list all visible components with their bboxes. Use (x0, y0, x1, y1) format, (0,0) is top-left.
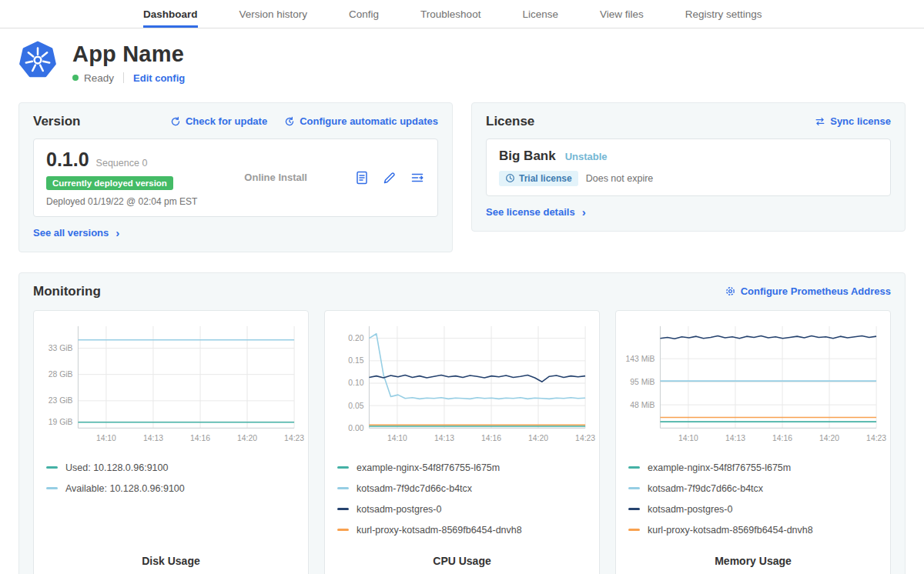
legend-item: kotsadm-7f9dc7d66c-b4tcx (337, 483, 587, 494)
chevron-right-icon: › (116, 227, 119, 239)
svg-text:23 GiB: 23 GiB (49, 396, 73, 405)
legend-item: example-nginx-54f8f76755-l675m (337, 462, 587, 473)
legend-swatch (337, 487, 349, 489)
legend-swatch (628, 487, 640, 489)
edit-config-link[interactable]: Edit config (133, 72, 185, 84)
release-notes-button[interactable] (354, 170, 370, 185)
sync-icon (815, 116, 825, 127)
svg-text:19 GiB: 19 GiB (49, 417, 73, 425)
chart-series-line (369, 334, 585, 399)
cpu-usage-legend: example-nginx-54f8f76755-l675mkotsadm-7f… (333, 452, 591, 546)
clock-icon (505, 173, 515, 183)
legend-label: Used: 10.128.0.96:9100 (65, 462, 168, 473)
version-number: 0.1.0 (46, 149, 89, 171)
version-card: Version Check for update (18, 102, 453, 252)
check-for-update-button[interactable]: Check for update (170, 115, 267, 127)
legend-item: kotsadm-7f9dc7d66c-b4tcx (628, 483, 878, 494)
see-license-details-label: See license details (486, 206, 575, 218)
svg-text:14:20: 14:20 (237, 434, 257, 442)
configure-automatic-updates-button[interactable]: Configure automatic updates (284, 115, 438, 127)
tab-version-history[interactable]: Version history (239, 0, 308, 28)
legend-label: kotsadm-7f9dc7d66c-b4tcx (648, 483, 763, 494)
page-title: App Name (72, 42, 185, 67)
license-card-title: License (486, 114, 534, 129)
ready-status-dot (72, 75, 79, 81)
legend-item: kurl-proxy-kotsadm-8569fb6454-dnvh8 (628, 525, 878, 536)
legend-item: example-nginx-54f8f76755-l675m (628, 462, 878, 473)
check-for-update-label: Check for update (186, 115, 267, 127)
svg-text:14:20: 14:20 (819, 434, 839, 442)
tab-registry-settings[interactable]: Registry settings (685, 0, 762, 28)
tab-license[interactable]: License (522, 0, 558, 28)
top-nav: Dashboard Version history Config Trouble… (0, 0, 924, 28)
configure-prometheus-link[interactable]: Configure Prometheus Address (725, 285, 891, 297)
charts-row: 19 GiB23 GiB28 GiB33 GiB14:1014:1314:161… (33, 310, 891, 574)
legend-swatch (628, 529, 640, 531)
deployed-badge: Currently deployed version (46, 176, 173, 190)
memory-usage-legend: example-nginx-54f8f76755-l675mkotsadm-7f… (624, 452, 882, 546)
svg-text:0.15: 0.15 (348, 356, 363, 365)
svg-text:0.00: 0.00 (348, 424, 363, 432)
pencil-icon (382, 170, 397, 185)
kubernetes-logo-icon (18, 41, 57, 79)
cpu-usage-chart-title: CPU Usage (333, 546, 591, 567)
svg-text:14:16: 14:16 (190, 434, 210, 442)
svg-text:14:16: 14:16 (481, 434, 501, 442)
svg-text:143 MiB: 143 MiB (626, 355, 655, 363)
see-license-details-link[interactable]: See license details › (486, 206, 586, 218)
deployed-timestamp: Deployed 01/19/22 @ 02:04 pm EST (46, 196, 197, 207)
cpu-usage-chart-card: 0.000.050.100.150.2014:1014:1314:1614:20… (324, 310, 600, 574)
legend-swatch (337, 529, 349, 531)
legend-swatch (628, 508, 640, 510)
tab-troubleshoot[interactable]: Troubleshoot (420, 0, 480, 28)
sync-license-label: Sync license (830, 115, 891, 127)
cards-row: Version Check for update (0, 102, 924, 252)
license-expiry: Does not expire (586, 173, 654, 184)
see-all-versions-link[interactable]: See all versions › (33, 227, 119, 239)
legend-label: Available: 10.128.0.96:9100 (65, 483, 185, 494)
license-name: Big Bank (499, 149, 556, 164)
legend-label: kotsadm-7f9dc7d66c-b4tcx (357, 483, 472, 494)
legend-item: Available: 10.128.0.96:9100 (46, 483, 296, 494)
memory-usage-chart: 48 MiB95 MiB143 MiB14:1014:1314:1614:201… (624, 320, 882, 448)
chart-series-line (660, 335, 876, 339)
svg-text:0.20: 0.20 (348, 334, 363, 342)
version-card-title: Version (33, 114, 80, 129)
svg-text:95 MiB: 95 MiB (630, 378, 654, 386)
legend-swatch (46, 466, 58, 469)
chart-series-line (369, 375, 585, 382)
svg-text:14:13: 14:13 (434, 434, 454, 442)
legend-label: example-nginx-54f8f76755-l675m (648, 462, 791, 473)
tab-config[interactable]: Config (349, 0, 379, 28)
tab-dashboard[interactable]: Dashboard (143, 0, 198, 28)
svg-text:0.05: 0.05 (348, 402, 363, 410)
sync-license-button[interactable]: Sync license (815, 115, 891, 127)
memory-usage-chart-card: 48 MiB95 MiB143 MiB14:1014:1314:1614:201… (615, 310, 891, 574)
gear-icon (725, 285, 736, 297)
license-card: License Sync license Big Bank Unstable (471, 102, 906, 232)
monitoring-title: Monitoring (33, 284, 101, 299)
svg-text:14:13: 14:13 (725, 434, 745, 442)
configure-automatic-updates-label: Configure automatic updates (300, 115, 438, 127)
ready-status-label: Ready (84, 72, 114, 84)
legend-item: kotsadm-postgres-0 (337, 504, 587, 515)
auto-update-clock-icon (284, 116, 295, 127)
svg-text:0.10: 0.10 (348, 379, 363, 387)
version-action-icons (354, 170, 425, 185)
svg-text:28 GiB: 28 GiB (49, 370, 73, 379)
deploy-logs-button[interactable] (410, 170, 425, 185)
cpu-usage-chart: 0.000.050.100.150.2014:1014:1314:1614:20… (333, 320, 591, 448)
disk-usage-chart: 19 GiB23 GiB28 GiB33 GiB14:1014:1314:161… (42, 320, 300, 448)
install-type-label: Online Install (244, 172, 307, 183)
license-details-box: Big Bank Unstable Trial license Does not… (486, 138, 891, 196)
legend-label: kurl-proxy-kotsadm-8569fb6454-dnvh8 (357, 525, 522, 536)
legend-label: kurl-proxy-kotsadm-8569fb6454-dnvh8 (648, 525, 813, 536)
current-version-box: 0.1.0 Sequence 0 Currently deployed vers… (33, 138, 438, 217)
tab-view-files[interactable]: View files (600, 0, 644, 28)
kotsadm-dashboard-page: Dashboard Version history Config Trouble… (0, 0, 924, 574)
sequence-label: Sequence 0 (96, 158, 148, 169)
release-notes-icon (354, 170, 370, 185)
svg-text:14:10: 14:10 (96, 434, 116, 442)
edit-config-values-button[interactable] (382, 170, 397, 185)
memory-usage-chart-title: Memory Usage (624, 546, 882, 567)
